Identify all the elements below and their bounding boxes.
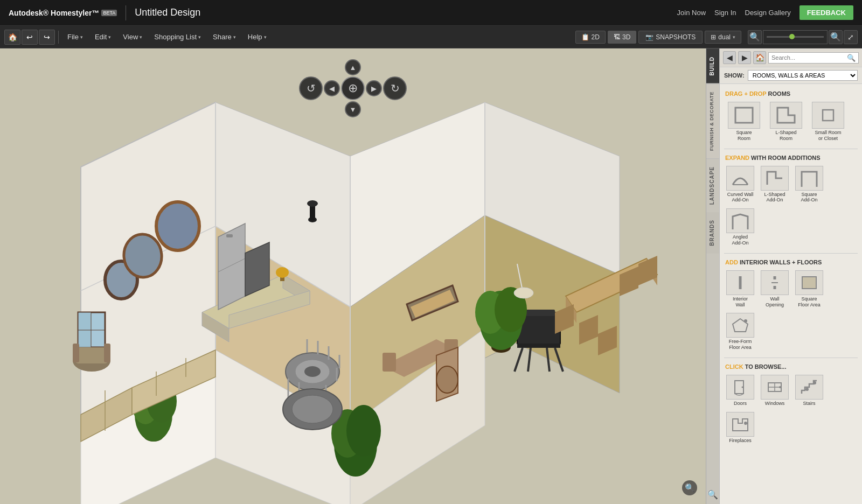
panel-forward-btn[interactable]: ▶ <box>738 51 751 64</box>
square-floor-item[interactable]: SquareFloor Area <box>793 269 825 310</box>
svg-rect-43 <box>226 234 233 237</box>
square-room-item[interactable]: SquareRoom <box>724 100 764 143</box>
fireplaces-item[interactable]: Fireplaces <box>724 410 756 445</box>
svg-rect-26 <box>75 347 108 363</box>
top-right-nav: Join Now Sign In Design Gallery FEEDBACK <box>677 5 853 20</box>
brands-tab[interactable]: BRANDS <box>706 212 719 254</box>
help-menu[interactable]: Help▾ <box>242 31 272 43</box>
l-shaped-addon-item[interactable]: L-ShapedAdd-On <box>759 164 791 205</box>
viewport-search-btn[interactable]: 🔍 <box>682 480 697 495</box>
svg-point-96 <box>307 200 318 207</box>
small-room-item[interactable]: Small Roomor Closet <box>808 100 848 143</box>
2d-view-btn[interactable]: 📋 2D <box>575 31 606 44</box>
svg-point-117 <box>744 422 747 425</box>
share-menu[interactable]: Share▾ <box>207 31 241 43</box>
svg-point-109 <box>742 386 743 388</box>
dual-icon: ⊞ <box>711 33 716 41</box>
interior-wall-item[interactable]: InteriorWall <box>724 269 756 310</box>
sign-in-link[interactable]: Sign In <box>714 9 736 17</box>
rotate-right-btn[interactable]: ↻ <box>383 76 407 100</box>
top-bar: Autodesk® Homestyler™ BETA Untitled Desi… <box>0 0 862 26</box>
show-select[interactable]: ROOMS, WALLS & AREAS ALL WALLS ONLY ROOM… <box>748 70 858 81</box>
feedback-button[interactable]: FEEDBACK <box>800 5 853 20</box>
walls-floors-grid: InteriorWall WallOpening Squ <box>724 267 858 356</box>
svg-point-65 <box>292 395 333 423</box>
click-suffix: TO BROWSE... <box>745 363 787 370</box>
view-menu[interactable]: View▾ <box>117 31 148 43</box>
zoom-in-btn[interactable]: 🔍 <box>829 30 843 44</box>
camera-icon: 📷 <box>645 33 654 41</box>
drag-drop-section-header: DRAG + DROP ROOMS <box>724 87 858 99</box>
svg-rect-75 <box>517 344 560 348</box>
zoom-controls: 🔍 🔍 ⤢ <box>748 30 858 44</box>
divider-2 <box>724 253 858 254</box>
home-icon-btn[interactable]: 🏠 <box>4 30 20 45</box>
square-addon-item[interactable]: SquareAdd-On <box>793 164 825 205</box>
pan-center-btn[interactable]: ⊕ <box>341 76 365 100</box>
build-tab[interactable]: BUILD <box>706 48 719 83</box>
pan-down-btn[interactable]: ▼ <box>345 101 361 117</box>
right-panel-area: BUILD FURNISH & DECORATE LANDSCAPE BRAND… <box>706 48 862 504</box>
windows-label: Windows <box>765 401 785 407</box>
svg-rect-97 <box>735 108 753 123</box>
shopping-list-menu[interactable]: Shopping List▾ <box>149 31 206 43</box>
svg-point-93 <box>514 288 533 298</box>
svg-point-107 <box>744 319 747 323</box>
join-now-link[interactable]: Join Now <box>677 9 706 17</box>
panel-search-icon[interactable]: 🔍 <box>707 485 718 504</box>
freeform-floor-item[interactable]: Free-FormFloor Area <box>724 311 756 352</box>
panel-search-input[interactable] <box>771 54 847 61</box>
l-shaped-room-item[interactable]: L-ShapedRoom <box>766 100 806 143</box>
zoom-thumb[interactable] <box>789 34 795 39</box>
room-scene: ↺ ▲ ◀ ⊕ ▶ ▼ ↻ 🔍 <box>0 48 706 504</box>
panel-home-btn[interactable]: 🏠 <box>753 51 766 64</box>
pan-up-btn[interactable]: ▲ <box>345 59 361 75</box>
curved-wall-item[interactable]: Curved WallAdd-On <box>724 164 756 205</box>
edit-menu[interactable]: Edit▾ <box>89 31 116 43</box>
view-controls: 📋 2D 🏗 3D 📷 SNAPSHOTS ⊞ dual ▾ 🔍 🔍 ⤢ <box>575 30 858 44</box>
interior-wall-label: InteriorWall <box>733 296 748 308</box>
svg-point-72 <box>436 366 458 393</box>
svg-point-21 <box>156 202 199 250</box>
zoom-out-btn[interactable]: 🔍 <box>748 30 762 44</box>
autodesk-logo: Autodesk® <box>9 9 48 17</box>
windows-item[interactable]: Windows <box>759 373 791 408</box>
wall-opening-item[interactable]: WallOpening <box>759 269 791 310</box>
furnish-tab[interactable]: FURNISH & DECORATE <box>706 83 719 158</box>
dual-view-btn[interactable]: ⊞ dual ▾ <box>705 31 741 44</box>
zoom-slider[interactable] <box>763 30 828 44</box>
3d-viewport[interactable]: ↺ ▲ ◀ ⊕ ▶ ▼ ↻ 🔍 <box>0 48 706 504</box>
square-room-label: SquareRoom <box>736 130 752 142</box>
svg-point-114 <box>813 381 816 384</box>
2d-icon: 📋 <box>581 33 589 41</box>
stairs-label: Stairs <box>803 401 815 407</box>
expand-prefix: EXPAND <box>725 155 749 161</box>
snapshots-btn[interactable]: 📷 SNAPSHOTS <box>638 31 703 44</box>
svg-marker-116 <box>733 419 748 431</box>
panel-search-submit-icon[interactable]: 🔍 <box>847 54 856 62</box>
l-shaped-addon-label: L-ShapedAdd-On <box>764 192 785 204</box>
undo-btn[interactable]: ↩ <box>22 30 38 45</box>
title-divider <box>126 5 126 20</box>
nav-overlay: ↺ ▲ ◀ ⊕ ▶ ▼ ↻ <box>299 59 407 117</box>
rotate-left-btn[interactable]: ↺ <box>299 76 323 100</box>
landscape-tab[interactable]: LANDSCAPE <box>706 158 719 212</box>
redo-btn[interactable]: ↪ <box>39 30 55 45</box>
fullscreen-btn[interactable]: ⤢ <box>844 30 858 44</box>
pan-right-btn[interactable]: ▶ <box>366 80 382 96</box>
svg-point-115 <box>805 388 809 391</box>
file-menu[interactable]: File▾ <box>62 31 88 43</box>
doors-item[interactable]: Doors <box>724 373 756 408</box>
panel-back-btn[interactable]: ◀ <box>723 51 736 64</box>
divider-1 <box>724 149 858 149</box>
angled-addon-item[interactable]: AngledAdd-On <box>724 207 756 248</box>
menu-bar: 🏠 ↩ ↪ File▾ Edit▾ View▾ Shopping List▾ S… <box>0 26 862 48</box>
stairs-item[interactable]: Stairs <box>793 373 825 408</box>
main-content: ↺ ▲ ◀ ⊕ ▶ ▼ ↻ 🔍 <box>0 48 862 504</box>
svg-rect-105 <box>802 277 816 289</box>
3d-view-btn[interactable]: 🏗 3D <box>608 31 636 44</box>
panel-search-box[interactable]: 🔍 <box>768 52 859 64</box>
expand-section-header: EXPAND WITH ROOM ADDITIONS <box>724 152 858 163</box>
design-gallery-link[interactable]: Design Gallery <box>745 9 791 17</box>
pan-left-btn[interactable]: ◀ <box>324 80 340 96</box>
